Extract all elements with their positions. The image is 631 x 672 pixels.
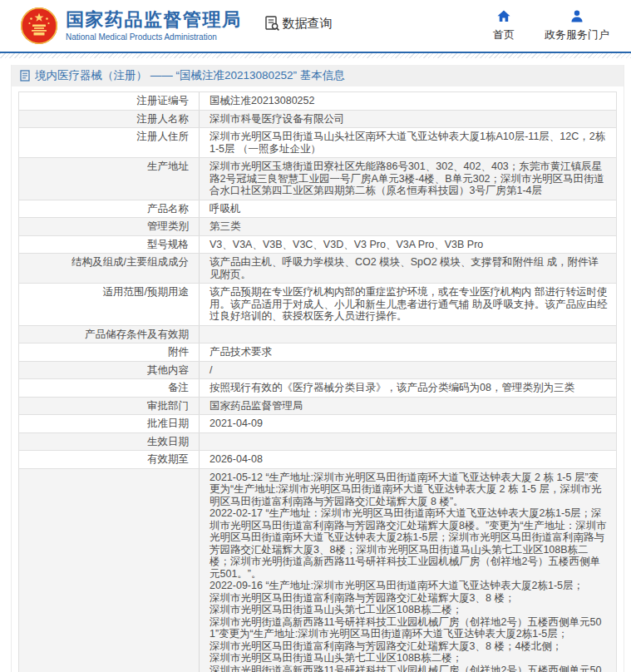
site-title: 国家药品监督管理局 [66,10,242,30]
table-row: 产品储存条件及有效期 [19,326,616,344]
row-label: 生效日期 [19,433,199,451]
row-value [199,326,616,343]
row-value: 国械注准20213080252 [199,92,616,110]
table-row: 审批部门 国家药品监督管理局 [19,398,616,416]
breadcrumb: 境内医疗器械（注册） —— “国械注准20213080252” 基本信息 [12,65,624,86]
decorative-hatch-band [0,53,631,58]
row-label: 附件 [19,343,199,361]
row-value: 产品技术要求 [199,343,616,361]
row-value: 2021-05-12 “生产地址:深圳市光明区马田街道南环大道飞亚达钟表大厦 2… [199,469,616,672]
row-label: 管理类别 [19,218,199,235]
row-label: 注册人名称 [19,111,199,128]
site-subtitle: National Medical Products Administration [66,32,242,42]
nav-gov-portal[interactable]: 政务服务门户 [545,10,609,42]
page: 国家药品监督管理局 National Medical Products Admi… [0,0,631,672]
table-row: 其他内容 / [19,362,616,380]
row-label: 其他内容 [19,362,199,379]
table-row: 注册证编号 国械注准20213080252 [19,92,616,111]
row-value: 第三类 [199,218,616,235]
row-label: 产品储存条件及有效期 [19,326,199,343]
table-row: 有效期至 2026-04-08 [19,451,616,469]
table-row: 生效日期 [19,433,616,452]
breadcrumb-text: 境内医疗器械（注册） —— “国械注准20213080252” 基本信息 [35,68,345,83]
row-value: 呼吸机 [199,200,616,218]
data-query-label: 数据查询 [283,16,333,32]
home-icon [497,10,510,25]
table-row: 附件 产品技术要求 [19,343,616,362]
row-label: 备注 [19,379,199,397]
top-nav: 首页 政务服务门户 [493,10,614,42]
table-row: 管理类别 第三类 [19,218,616,236]
table-row: 产品名称 呼吸机 [19,200,616,219]
row-value: 按照现行有效的《医疗器械分类目录》，该产品分类编码为08，管理类别为三类 [199,379,616,397]
row-value: 2026-04-08 [199,451,616,468]
data-search-icon [264,15,280,32]
table-row: 备注 按照现行有效的《医疗器械分类目录》，该产品分类编码为08，管理类别为三类 [19,379,616,398]
table-row: 2021-05-12 “生产地址:深圳市光明区马田街道南环大道飞亚达钟表大厦 2… [19,469,616,672]
brand-text: 国家药品监督管理局 National Medical Products Admi… [66,10,242,41]
row-value: 该产品由主机、呼吸力学模块、CO2 模块、SpO2 模块、支撑臂和附件组 成，附… [199,254,616,283]
content-container: 境内医疗器械（注册） —— “国械注准20213080252” 基本信息 注册证… [11,65,624,672]
row-label: 产品名称 [19,200,199,218]
nav-data-query[interactable]: 数据查询 [264,15,333,32]
row-value: 2021-04-09 [199,415,616,432]
document-icon [20,70,30,82]
user-icon [570,10,584,25]
row-value: 深圳市科曼医疗设备有限公司 [199,111,616,128]
row-label: 有效期至 [19,451,199,468]
nav-home[interactable]: 首页 [493,10,515,42]
row-value: 深圳市光明区玉塘街道田寮社区先能路86号301、302、402、403；东莞市黄… [199,158,616,200]
table-row: 注册人名称 深圳市科曼医疗设备有限公司 [19,111,616,129]
national-emblem-icon [20,7,58,45]
row-label: 型号规格 [19,236,199,254]
row-label: 生产地址 [19,158,199,200]
nav-gov-portal-label: 政务服务门户 [545,27,609,42]
row-label: 批准日期 [19,415,199,432]
row-value: V3、V3A、V3B、V3C、V3D、V3 Pro、V3A Pro、V3B Pr… [199,236,616,254]
table-row: 适用范围/预期用途 该产品预期在专业医疗机构内部的重症监护环境，或在专业医疗机构… [19,284,616,326]
row-label: 审批部门 [19,398,199,415]
brand-logo[interactable]: 国家药品监督管理局 National Medical Products Admi… [20,7,242,45]
nav-home-label: 首页 [493,27,515,42]
row-label: 结构及组成/主要组成成分 [19,254,199,283]
table-row: 结构及组成/主要组成成分 该产品由主机、呼吸力学模块、CO2 模块、SpO2 模… [19,254,616,284]
row-label [19,469,199,672]
row-value: 国家药品监督管理局 [199,398,616,415]
table-row: 型号规格 V3、V3A、V3B、V3C、V3D、V3 Pro、V3A Pro、V… [19,236,616,254]
row-value [199,433,616,451]
site-header: 国家药品监督管理局 National Medical Products Admi… [0,0,631,52]
row-value: 该产品预期在专业医疗机构内部的重症监护环境，或在专业医疗机构内 部进行转运时使用… [199,284,616,325]
info-table: 注册证编号 国械注准20213080252 注册人名称 深圳市科曼医疗设备有限公… [18,91,617,672]
table-row: 注册人住所 深圳市光明区马田街道马山头社区南环大道飞亚达钟表大厦1栋A10层-1… [19,128,616,158]
row-label: 注册人住所 [19,128,199,157]
row-value: 深圳市光明区马田街道马山头社区南环大道飞亚达钟表大厦1栋A10层-11层、12C… [199,128,616,157]
row-value: / [199,362,616,379]
table-row: 批准日期 2021-04-09 [19,415,616,433]
table-row: 生产地址 深圳市光明区玉塘街道田寮社区先能路86号301、302、402、403… [19,158,616,200]
row-label: 注册证编号 [19,92,199,110]
row-label: 适用范围/预期用途 [19,284,199,325]
